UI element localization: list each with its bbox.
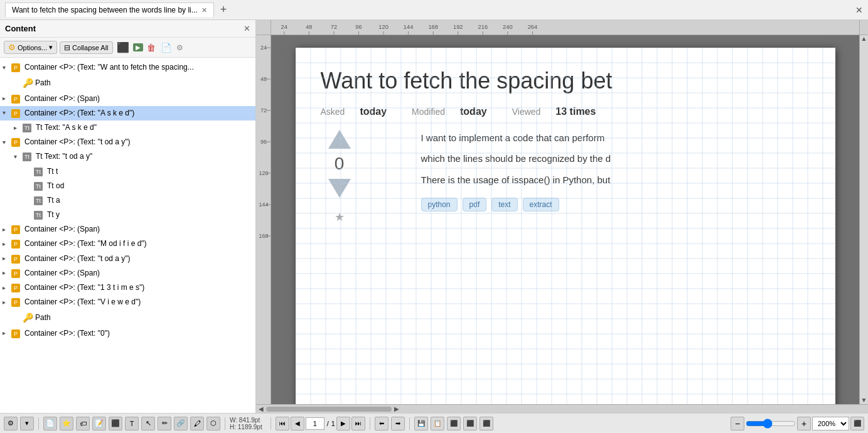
nav-prev-btn[interactable]: ◀ [291, 417, 304, 430]
horizontal-scrollbar[interactable]: ◀ ▶ [256, 404, 868, 413]
tree-item[interactable]: ▸PContainer <P>: (Text: "t od a y") [0, 252, 255, 266]
page-number-input[interactable]: 1 [306, 417, 324, 430]
tree-arrow[interactable]: ▾ [3, 63, 11, 73]
nav-back-btn[interactable]: ⬅ [375, 417, 388, 430]
hscroll-left-btn[interactable]: ◀ [259, 405, 264, 412]
tree-arrow[interactable]: ▸ [3, 94, 11, 104]
tree-item[interactable]: ▸PContainer <P>: (Text: "M od i f i e d"… [0, 237, 255, 251]
delete-button[interactable]: 🗑 [146, 41, 157, 54]
nav-last-btn[interactable]: ⏭ [351, 417, 365, 430]
hscroll-thumb[interactable] [266, 407, 392, 412]
nav-next-btn[interactable]: ▶ [336, 417, 350, 430]
pages-4-btn[interactable]: ⬛ [480, 417, 493, 430]
add-tab-button[interactable]: + [217, 3, 231, 16]
vote-up-button[interactable] [328, 130, 351, 149]
tree-arrow[interactable]: ▸ [3, 297, 11, 307]
svg-text:48: 48 [306, 24, 312, 30]
tree-item[interactable]: ▾PContainer <P>: (Text: "A s k e d") [0, 106, 255, 120]
pages-3-btn[interactable]: ⬛ [463, 417, 477, 430]
options-arrow: ▾ [49, 43, 53, 51]
tree-item[interactable]: ▸TtTt Text: "A s k e d" [0, 120, 255, 135]
zoom-out-btn[interactable]: − [731, 417, 744, 430]
left-panel-close[interactable]: ✕ [244, 24, 250, 33]
tree-arrow[interactable]: ▸ [3, 225, 11, 235]
grid-overlay [296, 48, 835, 404]
pages-2-btn[interactable]: ⬛ [447, 417, 461, 430]
canvas-scroll-area[interactable]: Want to fetch the spacing bet Asked toda… [271, 35, 859, 404]
tag-icon-btn[interactable]: 🏷 [76, 417, 90, 430]
tree-arrow[interactable]: ▾ [14, 152, 23, 162]
bookmark-icon[interactable]: ★ [335, 210, 345, 224]
right-panel-inner: 24487296120144168192216240264 2448729612… [256, 20, 868, 413]
container-icon: P [11, 63, 20, 72]
tree-item[interactable]: ▸PContainer <P>: (Span) [0, 222, 255, 237]
note-icon-btn[interactable]: 📝 [92, 417, 106, 430]
add-green-button[interactable]: ⬛ [115, 40, 131, 55]
tree-arrow[interactable]: ▸ [3, 254, 11, 264]
vruler-svg: 24487296120144168 [256, 35, 271, 404]
tag-item[interactable]: extract [523, 198, 559, 211]
zoom-slider[interactable] [746, 419, 796, 429]
tree-item[interactable]: ▾PContainer <P>: (Text: "t od a y") [0, 135, 255, 149]
star-icon-btn[interactable]: ⭐ [60, 417, 73, 430]
settings-bottom-btn[interactable]: ⚙ [4, 417, 18, 430]
pages-btn[interactable]: 📋 [431, 417, 444, 430]
tree-item[interactable]: ▸PContainer <P>: (Text: "0") [0, 326, 255, 341]
tree-item[interactable]: TtTt t [0, 164, 255, 179]
window-close-button[interactable]: ✕ [855, 5, 863, 15]
pencil-icon-btn[interactable]: ✏ [158, 417, 171, 430]
save-btn[interactable]: 💾 [414, 417, 428, 430]
nav-arrow-button[interactable]: ▶ [133, 43, 143, 51]
nav-controls: ⏮ ◀ 1 / 1 ▶ ⏭ [276, 417, 365, 430]
nav-first-btn[interactable]: ⏮ [276, 417, 289, 430]
vote-down-button[interactable] [328, 179, 351, 198]
tree-item[interactable]: TtTt a [0, 193, 255, 208]
scroll-down-btn[interactable]: ▼ [860, 397, 868, 404]
collapse-all-button[interactable]: ⊟ Collapse All [60, 41, 112, 54]
zoom-fit-btn[interactable]: ⬛ [850, 417, 864, 430]
tree-item[interactable]: ▸PContainer <P>: (Text: "1 3 t i m e s") [0, 281, 255, 295]
cube-icon-btn[interactable]: ⬛ [109, 417, 122, 430]
tree-arrow[interactable]: ▾ [3, 137, 11, 147]
tree-arrow[interactable]: ▸ [14, 123, 23, 133]
container-icon: P [11, 109, 20, 118]
zoom-in-btn[interactable]: + [797, 417, 811, 430]
tree-arrow[interactable]: ▸ [3, 328, 11, 338]
extra-icon-btn[interactable]: ⬡ [206, 417, 220, 430]
arrow-down-btn[interactable]: ▾ [20, 417, 34, 430]
doc-icon-btn[interactable]: 📄 [43, 417, 57, 430]
tt-icon: Tt [34, 182, 43, 191]
tree-item[interactable]: ▸PContainer <P>: (Span) [0, 266, 255, 281]
scroll-up-btn[interactable]: ▲ [860, 35, 868, 43]
vertical-scrollbar[interactable]: ▲ ▼ [859, 35, 868, 404]
tag-item[interactable]: text [491, 198, 517, 211]
link-icon-btn[interactable]: 🔗 [174, 417, 188, 430]
nav-forward-btn[interactable]: ➡ [391, 417, 405, 430]
export-button[interactable]: 📄 [159, 41, 173, 54]
hscroll-right-btn[interactable]: ▶ [394, 405, 399, 412]
zoom-select[interactable]: 50%75%100%125%150%200%300%400% [812, 417, 849, 430]
tree-arrow[interactable]: ▸ [3, 239, 11, 249]
options-button[interactable]: ⚙ Options... ▾ [4, 41, 57, 54]
settings-cog-button[interactable]: ⚙ [175, 42, 185, 53]
tag-item[interactable]: pdf [463, 198, 487, 211]
cursor-icon-btn[interactable]: ↖ [141, 417, 155, 430]
page-width: W: 841.9pt [230, 417, 262, 424]
tree-item[interactable]: ▸PContainer <P>: (Span) [0, 92, 255, 106]
tree-arrow[interactable]: ▸ [3, 268, 11, 278]
tree-item[interactable]: ▾PContainer <P>: (Text: "W ant to fetch … [0, 60, 255, 75]
tree-item[interactable]: ▾TtTt Text: "t od a y" [0, 149, 255, 164]
tree-item[interactable]: TtTt od [0, 179, 255, 193]
tree-item[interactable]: ▸PContainer <P>: (Text: "V i e w e d") [0, 295, 255, 309]
text-icon-btn[interactable]: T [125, 417, 139, 430]
tree-arrow[interactable]: ▸ [3, 283, 11, 293]
tree-arrow[interactable]: ▾ [3, 108, 11, 118]
tab-label: Want to fetch the spacing between the wo… [12, 6, 198, 14]
tree-item[interactable]: 🔑Path [0, 309, 255, 326]
tree-item[interactable]: 🔑Path [0, 75, 255, 91]
highlight-icon-btn[interactable]: 🖍 [190, 417, 204, 430]
tag-item[interactable]: python [421, 198, 458, 211]
close-tab-button[interactable]: ✕ [201, 6, 207, 14]
tree-item[interactable]: TtTt y [0, 208, 255, 222]
tree-area: ▾PContainer <P>: (Text: "W ant to fetch … [0, 58, 255, 413]
